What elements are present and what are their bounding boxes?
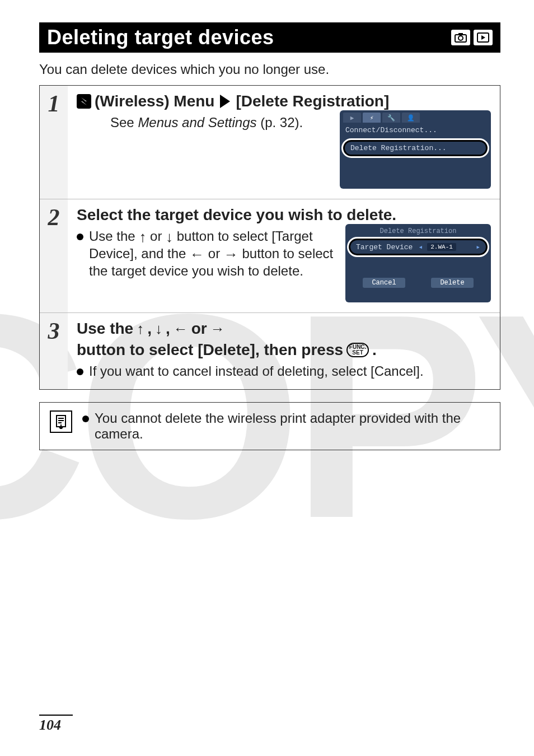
- step-2: 2 Select the target device you wish to d…: [40, 199, 500, 312]
- bullet-icon: [82, 416, 89, 422]
- mode-icons: [451, 30, 493, 45]
- note-text: You cannot delete the wireless print ada…: [95, 410, 490, 442]
- scr-tab-wireless-icon: ⚡: [363, 113, 381, 123]
- playback-mode-icon: [474, 30, 493, 45]
- svg-rect-1: [458, 33, 463, 35]
- section-title-bar: Deleting target devices: [39, 22, 500, 53]
- arrow-up-icon: ↑: [137, 320, 144, 338]
- arrow-right-icon: →: [210, 320, 225, 338]
- arrow-right-icon: →: [224, 246, 238, 263]
- scr2-header: Delete Registration: [345, 226, 491, 235]
- scr2-right-caret-icon: ▸: [476, 242, 480, 251]
- arrow-up-icon: ↑: [139, 228, 146, 245]
- step-3: 3 Use the ↑ , ↓ , ← or → button to selec…: [40, 312, 500, 389]
- func-set-button-icon: FUNC. SET: [346, 343, 369, 357]
- step-1: 1 (Wireless) Menu [Delete Registration] …: [40, 86, 500, 199]
- scr2-left-caret-icon: ◂: [418, 242, 423, 251]
- step-3-title: Use the ↑ , ↓ , ← or → button to select …: [77, 320, 491, 359]
- scr-tab-setup-icon: 🔧: [382, 113, 400, 123]
- scr-row-delete-reg: Delete Registration...: [343, 140, 488, 156]
- arrow-left-icon: ←: [190, 246, 204, 263]
- scr2-cancel-btn: Cancel: [363, 278, 405, 288]
- svg-marker-4: [481, 35, 485, 40]
- arrow-left-icon: ←: [174, 320, 188, 338]
- scr-tab-play-icon: ▶: [343, 113, 361, 123]
- step-2-bullet: Use the ↑ or ↓ button to select [Target …: [89, 228, 335, 279]
- wireless-icon: [77, 94, 91, 109]
- steps-container: 1 (Wireless) Menu [Delete Registration] …: [39, 85, 500, 390]
- step-1-title-post: [Delete Registration]: [236, 92, 389, 110]
- scr-tab-user-icon: 👤: [402, 113, 420, 123]
- step-3-number: 3: [40, 313, 68, 389]
- step-2-title: Select the target device you wish to del…: [77, 206, 491, 224]
- step-3-bullet: If you want to cancel instead of deletin…: [89, 363, 491, 379]
- step-1-sub: See Menus and Settings (p. 32).: [110, 115, 330, 130]
- step-1-title: (Wireless) Menu [Delete Registration]: [77, 92, 491, 110]
- intro-text: You can delete devices which you no long…: [39, 62, 500, 77]
- triangle-right-icon: [220, 95, 230, 108]
- note-box: You cannot delete the wireless print ada…: [39, 402, 500, 450]
- camera-mode-icon: [451, 30, 470, 45]
- page-number: 104: [39, 715, 73, 734]
- scr2-delete-btn: Delete: [431, 278, 473, 288]
- scr-row-connect: Connect/Disconnect...: [340, 124, 491, 137]
- svg-point-2: [458, 36, 463, 40]
- step-2-number: 2: [40, 199, 68, 312]
- scr2-target-label: Target Device: [356, 243, 413, 251]
- step-1-screenshot: ▶ ⚡ 🔧 👤 Connect/Disconnect... Delete Reg…: [340, 110, 491, 189]
- arrow-down-icon: ↓: [155, 320, 162, 338]
- bullet-icon: [77, 368, 83, 375]
- step-1-title-pre: (Wireless) Menu: [95, 92, 214, 110]
- scr2-target-value: 2.WA-1: [427, 243, 456, 251]
- step-2-screenshot: Delete Registration Target Device ◂ 2.WA…: [345, 224, 491, 302]
- note-icon: [50, 410, 72, 433]
- bullet-icon: [77, 234, 83, 240]
- arrow-down-icon: ↓: [166, 228, 173, 245]
- section-title: Deleting target devices: [47, 26, 274, 49]
- step-1-number: 1: [40, 86, 68, 199]
- scr2-target-row: Target Device ◂ 2.WA-1 ▸: [349, 239, 488, 255]
